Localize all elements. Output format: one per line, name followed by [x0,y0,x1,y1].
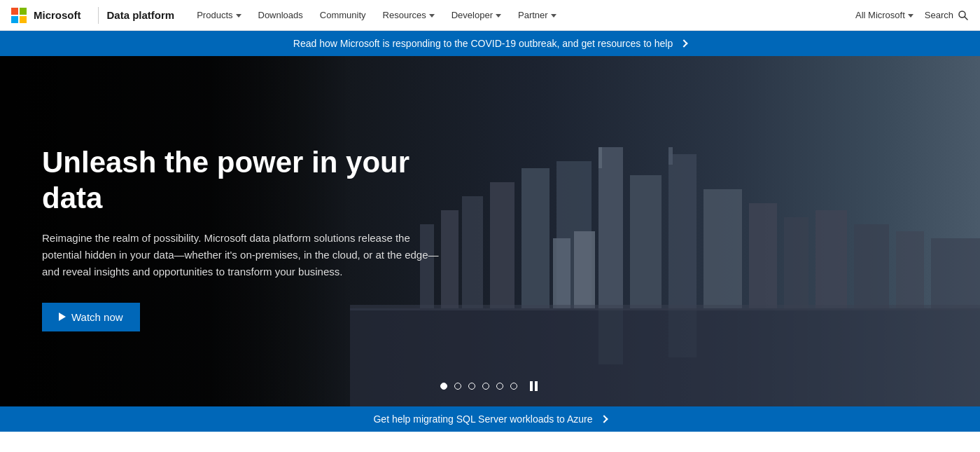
svg-rect-19 [896,231,924,308]
bottom-banner[interactable]: Get help migrating SQL Server workloads … [0,406,980,432]
svg-rect-22 [574,231,595,308]
svg-rect-14 [704,189,742,308]
main-nav: Products Downloads Community Resources D… [188,0,855,31]
svg-rect-13 [668,147,673,165]
svg-rect-17 [816,210,847,308]
nav-item-developer[interactable]: Developer [443,0,510,31]
pause-bar-right [535,381,538,391]
bottom-banner-chevron-icon [600,415,608,423]
header: Microsoft Data platform Products Downloa… [0,0,980,31]
chevron-down-icon [496,14,501,18]
nav-item-community[interactable]: Community [312,0,374,31]
ms-grid-icon [11,8,27,23]
svg-line-1 [965,17,967,20]
svg-rect-6 [490,182,514,308]
site-name: Data platform [107,9,175,21]
watch-now-button[interactable]: Watch now [42,303,140,331]
chevron-down-icon [551,14,556,18]
carousel-dot-5[interactable] [496,383,503,390]
chevron-down-icon [908,14,913,18]
svg-rect-7 [522,168,550,308]
play-icon [59,313,66,321]
nav-item-downloads[interactable]: Downloads [250,0,312,31]
carousel-dot-1[interactable] [440,383,447,390]
hero-description: Reimagine the realm of possibility. Micr… [42,230,448,280]
carousel-controls [440,380,540,392]
svg-rect-21 [553,238,570,308]
hero-content: Unleash the power in your data Reimagine… [0,56,476,406]
bottom-banner-text: Get help migrating SQL Server workloads … [373,413,592,425]
hero-section: Unleash the power in your data Reimagine… [0,56,980,406]
svg-rect-11 [630,175,662,308]
nav-item-resources[interactable]: Resources [374,0,443,31]
carousel-dot-6[interactable] [510,383,517,390]
microsoft-logo[interactable]: Microsoft [11,8,81,23]
nav-item-partner[interactable]: Partner [510,0,565,31]
alert-banner[interactable]: Read how Microsoft is responding to the … [0,31,980,56]
nav-item-products[interactable]: Products [188,0,249,31]
carousel-dot-2[interactable] [454,383,461,390]
alert-chevron-icon [680,39,688,47]
svg-rect-18 [854,224,889,308]
svg-rect-24 [668,308,696,357]
chevron-down-icon [429,14,435,18]
svg-rect-9 [598,147,623,308]
svg-rect-12 [668,154,696,308]
header-right: All Microsoft Search [855,10,969,21]
search-button[interactable]: Search [925,10,969,21]
watch-now-label: Watch now [71,311,123,323]
svg-rect-16 [784,217,808,308]
carousel-dot-3[interactable] [468,383,475,390]
svg-rect-23 [598,308,623,364]
pause-bar-left [530,381,533,391]
carousel-dot-4[interactable] [482,383,489,390]
alert-text: Read how Microsoft is responding to the … [293,38,673,49]
all-microsoft-button[interactable]: All Microsoft [855,10,913,20]
svg-rect-10 [598,147,602,168]
search-icon [958,10,969,21]
carousel-pause-button[interactable] [527,380,540,392]
hero-title: Unleash the power in your data [42,145,448,216]
header-divider [98,7,99,24]
chevron-down-icon [236,14,241,18]
svg-rect-20 [931,238,980,308]
microsoft-wordmark: Microsoft [34,9,81,21]
svg-rect-15 [749,203,777,308]
